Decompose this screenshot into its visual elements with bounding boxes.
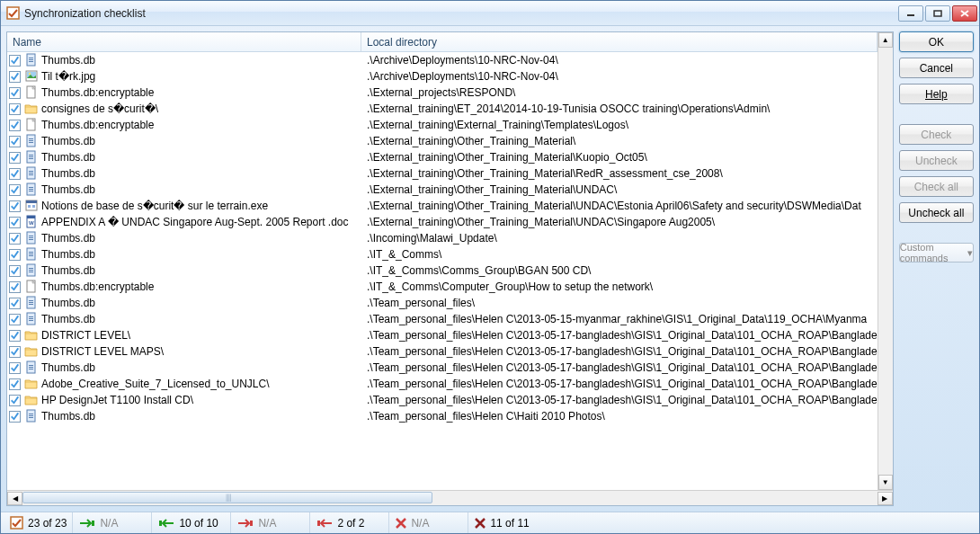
svg-rect-21	[317, 521, 320, 526]
file-blue-icon	[24, 247, 39, 262]
row-checkbox[interactable]	[9, 249, 21, 261]
row-checkbox[interactable]	[9, 378, 21, 390]
table-row[interactable]: Thumbs.db.\Team_personal_files\	[7, 295, 878, 311]
table-row[interactable]: Thumbs.db:encryptable.\External_training…	[7, 117, 878, 133]
row-checkbox[interactable]	[9, 217, 21, 228]
check-all-button[interactable]: Check all	[899, 176, 974, 197]
table-row[interactable]: APPENDIX A � UNDAC Singapore Aug-Sept. 2…	[7, 214, 878, 230]
table-row[interactable]: DISTRICT LEVEL\.\Team_personal_files\Hel…	[7, 327, 878, 343]
file-blue-icon	[24, 53, 39, 67]
col-header-dir[interactable]: Local directory	[361, 32, 878, 51]
row-checkbox[interactable]	[9, 87, 21, 99]
arrow-left-red-icon	[316, 518, 334, 529]
row-checkbox[interactable]	[9, 103, 21, 115]
uncheck-button[interactable]: Uncheck	[899, 150, 974, 171]
table-row[interactable]: Til t�rk.jpg.\Archive\Deployments\10-NRC…	[7, 68, 878, 85]
row-checkbox[interactable]	[9, 346, 21, 358]
uncheck-all-button[interactable]: Uncheck all	[899, 202, 974, 223]
x-red-icon	[395, 517, 407, 530]
svg-rect-20	[250, 521, 253, 526]
row-checkbox[interactable]	[9, 55, 21, 67]
row-checkbox[interactable]	[9, 152, 21, 164]
row-checkbox[interactable]	[9, 265, 21, 277]
table-row[interactable]: Thumbs.db.\External_training\Other_Train…	[7, 182, 878, 198]
row-checkbox[interactable]	[9, 395, 21, 406]
scroll-down-icon[interactable]: ▼	[878, 475, 893, 490]
file-icon	[24, 280, 39, 294]
custom-commands-dropdown[interactable]: Custom commands ▾	[899, 243, 974, 263]
row-checkbox[interactable]	[9, 120, 21, 131]
scroll-track-h[interactable]	[22, 492, 878, 505]
vertical-scrollbar[interactable]: ▲ ▼	[878, 32, 893, 490]
row-checkbox[interactable]	[9, 200, 21, 212]
table-row[interactable]: Thumbs.db.\External_training\Other_Train…	[7, 165, 878, 182]
row-checkbox[interactable]	[9, 168, 21, 180]
table-row[interactable]: Thumbs.db.\Team_personal_files\Helen C\2…	[7, 311, 878, 327]
file-blue-icon	[24, 360, 39, 375]
scroll-track[interactable]	[878, 48, 893, 475]
file-name: Thumbs.db	[41, 151, 95, 164]
svg-rect-18	[92, 521, 94, 526]
chevron-down-icon: ▾	[967, 247, 973, 259]
file-dir: .\Team_personal_files\Helen C\2013-05-17…	[361, 345, 878, 358]
table-row[interactable]: Thumbs.db.\IT_&_Comms\Comms_Group\BGAN 5…	[7, 263, 878, 279]
file-dir: .\External_training\Other_Training_Mater…	[361, 135, 878, 147]
table-row[interactable]: DISTRICT LEVEL MAPS\.\Team_personal_file…	[7, 343, 878, 360]
row-checkbox[interactable]	[9, 184, 21, 196]
row-checkbox[interactable]	[9, 281, 21, 293]
col-header-name[interactable]: Name	[7, 32, 361, 51]
table-row[interactable]: Thumbs.db.\Archive\Deployments\10-NRC-No…	[7, 52, 878, 68]
status-delete-local-text: N/A	[411, 517, 429, 530]
horizontal-scrollbar[interactable]: ◀ ▶	[7, 490, 893, 505]
row-checkbox[interactable]	[9, 362, 21, 374]
check-button[interactable]: Check	[899, 124, 974, 145]
table-row[interactable]: Notions de base de s�curit� sur le terra…	[7, 198, 878, 214]
custom-commands-label: Custom commands	[900, 242, 965, 263]
ok-button[interactable]: OK	[899, 31, 974, 52]
file-dir: .\Archive\Deployments\10-NRC-Nov-04\	[361, 70, 878, 83]
scroll-up-icon[interactable]: ▲	[878, 32, 893, 48]
row-checkbox[interactable]	[9, 136, 21, 147]
row-checkbox[interactable]	[9, 298, 21, 309]
scroll-right-icon[interactable]: ▶	[878, 492, 893, 505]
table-row[interactable]: Thumbs.db:encryptable.\External_projects…	[7, 85, 878, 101]
file-name: Thumbs.db	[41, 361, 95, 374]
table-row[interactable]: Thumbs.db.\External_training\Other_Train…	[7, 149, 878, 165]
status-upload-new: N/A	[73, 512, 152, 533]
row-checkbox[interactable]	[9, 330, 21, 342]
row-checkbox[interactable]	[9, 314, 21, 325]
table-row[interactable]: consignes de s�curit�\.\External_trainin…	[7, 101, 878, 117]
folder-icon	[24, 393, 39, 407]
cancel-button[interactable]: Cancel	[899, 58, 974, 78]
row-checkbox[interactable]	[9, 71, 21, 83]
file-name: Thumbs.db	[41, 54, 95, 67]
file-blue-icon	[24, 134, 39, 148]
row-checkbox[interactable]	[9, 233, 21, 245]
file-blue-icon	[24, 182, 39, 197]
file-icon	[24, 118, 39, 132]
file-name: consignes de s�curit�\	[41, 102, 158, 115]
file-blue-icon	[24, 312, 39, 326]
close-button[interactable]	[952, 5, 977, 22]
file-dir: .\Incoming\Malawi_Update\	[361, 232, 878, 245]
table-row[interactable]: Thumbs.db.\External_training\Other_Train…	[7, 133, 878, 149]
table-row[interactable]: Thumbs.db.\IT_&_Comms\	[7, 246, 878, 263]
arrow-right-green-icon	[78, 518, 96, 529]
folder-icon	[24, 344, 39, 359]
scroll-thumb[interactable]	[22, 492, 432, 503]
table-row[interactable]: HP DesignJet T1100 Install CD\.\Team_per…	[7, 392, 878, 408]
list-body[interactable]: Thumbs.db.\Archive\Deployments\10-NRC-No…	[7, 52, 878, 490]
row-checkbox[interactable]	[9, 411, 21, 423]
minimize-button[interactable]	[898, 5, 923, 22]
table-row[interactable]: Thumbs.db.\Team_personal_files\Helen C\2…	[7, 360, 878, 376]
file-name: Thumbs.db	[41, 410, 95, 423]
window: Synchronization checklist Name Local dir…	[0, 0, 980, 534]
maximize-button[interactable]	[925, 5, 950, 22]
status-download-upd: 2 of 2	[310, 512, 389, 533]
table-row[interactable]: Thumbs.db.\Incoming\Malawi_Update\	[7, 230, 878, 246]
scroll-left-icon[interactable]: ◀	[7, 492, 22, 505]
table-row[interactable]: Thumbs.db.\Team_personal_files\Helen C\H…	[7, 408, 878, 424]
table-row[interactable]: Adobe_Creative_Suite_7_Licensed_to_UNJLC…	[7, 376, 878, 392]
help-button[interactable]: Help	[899, 84, 974, 104]
table-row[interactable]: Thumbs.db:encryptable.\IT_&_Comms\Comput…	[7, 279, 878, 295]
